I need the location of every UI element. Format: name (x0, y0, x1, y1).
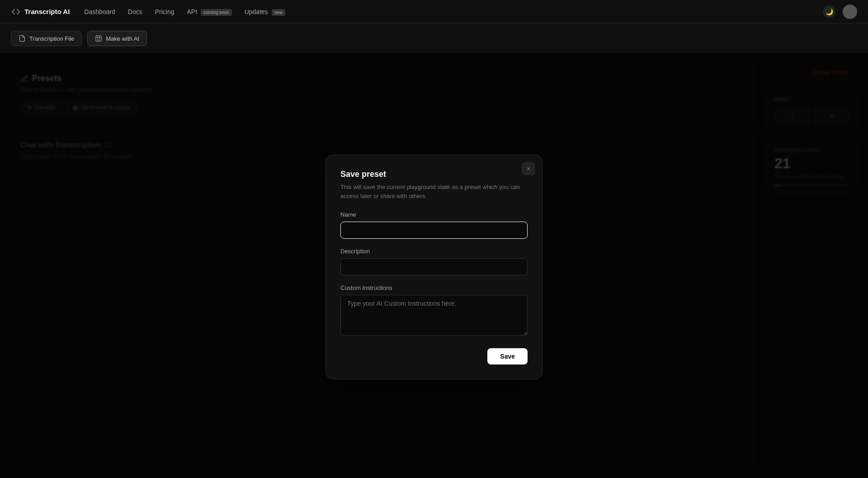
make-with-ai-button[interactable]: Make with AI (87, 31, 147, 46)
theme-toggle[interactable]: 🌙 (823, 5, 835, 18)
description-label: Description (340, 248, 528, 255)
moon-icon: 🌙 (826, 8, 833, 15)
modal-title: Save preset (340, 170, 528, 179)
main-content: Presets This is custom AI with predefine… (0, 53, 868, 478)
toolbar: Transcription File Make with AI (0, 24, 868, 53)
app-name: Transcripto AI (24, 8, 70, 15)
nav-links: Dashboard Docs Pricing API coming soon U… (84, 8, 808, 15)
updates-badge: new (272, 9, 285, 16)
nav-api[interactable]: API coming soon (187, 8, 232, 15)
modal-close-button[interactable]: × (522, 162, 535, 175)
avatar[interactable] (843, 5, 857, 19)
modal-footer: Save (340, 348, 528, 364)
nav-pricing[interactable]: Pricing (155, 8, 175, 15)
svg-point-2 (99, 37, 100, 38)
custom-instructions-label: Custom Instructions (340, 284, 528, 291)
svg-point-1 (97, 37, 98, 38)
navbar: Transcripto AI Dashboard Docs Pricing AP… (0, 0, 868, 24)
save-button[interactable]: Save (487, 348, 528, 364)
app-logo[interactable]: Transcripto AI (11, 7, 70, 17)
save-preset-modal: × Save preset This will save the current… (326, 155, 542, 379)
logo-icon (11, 7, 21, 17)
name-field-group: Name (340, 211, 528, 239)
custom-instructions-textarea[interactable] (340, 295, 528, 336)
nav-right: 🌙 (823, 5, 857, 19)
description-field-group: Description (340, 248, 528, 275)
nav-docs[interactable]: Docs (128, 8, 142, 15)
name-label: Name (340, 211, 528, 218)
api-badge: coming soon (201, 9, 232, 16)
nav-dashboard[interactable]: Dashboard (84, 8, 115, 15)
file-icon (19, 35, 26, 42)
custom-instructions-field-group: Custom Instructions (340, 284, 528, 337)
name-input[interactable] (340, 222, 528, 239)
modal-overlay: × Save preset This will save the current… (0, 53, 868, 478)
modal-description: This will save the current playground st… (340, 183, 528, 200)
nav-updates[interactable]: Updates new (245, 8, 285, 15)
ai-icon (95, 35, 102, 42)
transcription-file-button[interactable]: Transcription File (11, 31, 82, 46)
description-input[interactable] (340, 258, 528, 275)
